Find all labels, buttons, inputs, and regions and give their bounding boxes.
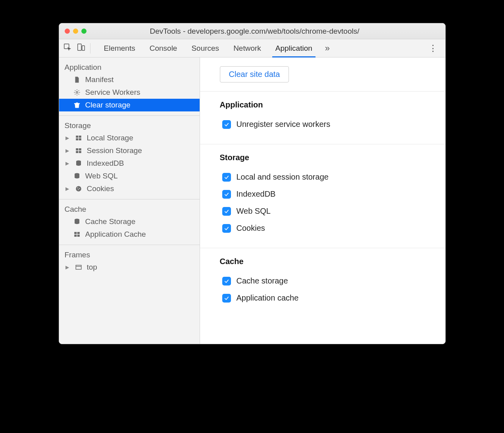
- checkbox[interactable]: [222, 224, 231, 233]
- sidebar-item-label: IndexedDB: [87, 159, 194, 168]
- chevron-right-icon[interactable]: ▶: [65, 264, 70, 270]
- svg-rect-23: [76, 265, 81, 270]
- tab-sources[interactable]: Sources: [184, 39, 226, 57]
- svg-rect-21: [74, 235, 77, 237]
- sidebar-item-cache-storage[interactable]: Cache Storage: [59, 215, 200, 228]
- frame-icon: [74, 264, 83, 271]
- db-icon: [74, 160, 83, 167]
- section-title: Cache: [220, 257, 425, 266]
- sidebar-group-header: Cache: [59, 203, 200, 215]
- sidebar-group: Frames▶top: [59, 245, 200, 278]
- tab-network[interactable]: Network: [226, 39, 268, 57]
- checkbox-label: Application cache: [237, 293, 299, 303]
- svg-rect-8: [76, 148, 78, 150]
- sidebar-group-header: Frames: [59, 248, 200, 261]
- menu-icon[interactable]: ⋮: [424, 43, 441, 54]
- tab-label: Sources: [191, 44, 219, 53]
- sidebar-group-header: Application: [59, 61, 200, 73]
- device-toggle-icon[interactable]: [77, 43, 85, 54]
- sidebar-item-label: Cookies: [87, 184, 194, 193]
- checkbox-label: Local and session storage: [237, 172, 329, 182]
- sidebar-item-clear-storage[interactable]: Clear storage: [59, 99, 200, 111]
- checkbox-row: IndexedDB: [220, 186, 425, 203]
- svg-rect-20: [77, 232, 79, 234]
- checkbox[interactable]: [222, 277, 231, 285]
- svg-rect-22: [77, 235, 79, 237]
- sidebar-item-application-cache[interactable]: Application Cache: [59, 228, 200, 241]
- sidebar-item-service-workers[interactable]: Service Workers: [59, 86, 200, 99]
- chevron-right-icon[interactable]: ▶: [65, 186, 70, 192]
- sidebar-group: ApplicationManifestService WorkersClear …: [59, 57, 200, 116]
- sidebar-item-label: Application Cache: [85, 230, 194, 239]
- trash-icon: [73, 102, 81, 109]
- sidebar-item-label: Manifest: [85, 75, 194, 84]
- svg-rect-10: [76, 151, 78, 153]
- svg-point-15: [77, 188, 78, 188]
- sidebar-item-top[interactable]: ▶top: [59, 261, 200, 274]
- cookie-icon: [74, 185, 83, 192]
- main: ApplicationManifestService WorkersClear …: [59, 57, 445, 344]
- tab-label: Elements: [104, 44, 135, 53]
- svg-rect-4: [76, 136, 78, 138]
- content-section: ApplicationUnregister service workers: [200, 92, 445, 144]
- sidebar-group: Storage▶Local Storage▶Session Storage▶In…: [59, 116, 200, 199]
- sidebar-group: CacheCache StorageApplication Cache: [59, 199, 200, 245]
- checkbox-label: Cache storage: [237, 276, 288, 285]
- sidebar-item-manifest[interactable]: Manifest: [59, 73, 200, 86]
- clear-button-row: Clear site data: [200, 57, 445, 92]
- tab-label: Application: [275, 44, 312, 53]
- checkbox[interactable]: [222, 207, 231, 216]
- toolbar: ElementsConsoleSourcesNetworkApplication…: [59, 39, 445, 57]
- close-icon[interactable]: [65, 29, 70, 34]
- db-icon: [73, 172, 81, 180]
- sidebar-item-web-sql[interactable]: Web SQL: [59, 170, 200, 182]
- chevron-right-icon[interactable]: ▶: [65, 148, 70, 153]
- inspect-icon[interactable]: [63, 43, 72, 54]
- svg-point-14: [76, 186, 81, 192]
- chevron-right-icon[interactable]: ▶: [65, 161, 70, 166]
- table-icon: [74, 147, 83, 154]
- tab-console[interactable]: Console: [142, 39, 185, 57]
- table-icon: [73, 231, 81, 238]
- checkbox-row: Cache storage: [220, 272, 425, 289]
- checkbox[interactable]: [222, 294, 231, 303]
- sidebar-item-label: Service Workers: [85, 88, 194, 97]
- checkbox-label: Cookies: [237, 224, 265, 233]
- sidebar-item-cookies[interactable]: ▶Cookies: [59, 182, 200, 195]
- checkbox[interactable]: [222, 173, 231, 182]
- panel-tabs: ElementsConsoleSourcesNetworkApplication: [97, 39, 319, 57]
- sidebar-item-session-storage[interactable]: ▶Session Storage: [59, 144, 200, 157]
- checkbox[interactable]: [222, 120, 231, 129]
- tab-application[interactable]: Application: [268, 39, 319, 57]
- file-icon: [73, 76, 81, 83]
- checkbox-label: Unregister service workers: [237, 120, 331, 129]
- tab-elements[interactable]: Elements: [97, 39, 142, 57]
- checkbox-row: Cookies: [220, 220, 425, 237]
- checkbox-label: Web SQL: [237, 207, 271, 216]
- toolbar-leading-icons: [63, 43, 90, 54]
- sidebar-item-label: top: [87, 263, 194, 272]
- checkbox-label: IndexedDB: [237, 190, 276, 199]
- svg-point-17: [78, 189, 79, 190]
- chevron-right-icon[interactable]: ▶: [65, 135, 70, 141]
- overflow-icon[interactable]: »: [325, 43, 330, 54]
- db-icon: [73, 218, 81, 225]
- svg-rect-1: [77, 44, 81, 51]
- clear-site-data-button[interactable]: Clear site data: [220, 66, 289, 82]
- checkbox-row: Unregister service workers: [220, 116, 425, 133]
- sidebar-item-label: Clear storage: [85, 101, 194, 109]
- tab-label: Network: [233, 44, 261, 53]
- checkbox-row: Web SQL: [220, 203, 425, 220]
- sidebar-item-indexeddb[interactable]: ▶IndexedDB: [59, 157, 200, 170]
- titlebar: DevTools - developers.google.com/web/too…: [59, 23, 445, 39]
- checkbox-row: Local and session storage: [220, 169, 425, 186]
- sidebar-group-header: Storage: [59, 119, 200, 132]
- sidebar-item-label: Session Storage: [87, 146, 194, 155]
- checkbox[interactable]: [222, 190, 231, 199]
- content: Clear site data ApplicationUnregister se…: [200, 57, 445, 344]
- svg-point-3: [76, 92, 78, 94]
- sidebar-item-local-storage[interactable]: ▶Local Storage: [59, 132, 200, 144]
- svg-rect-9: [79, 148, 81, 150]
- checkbox-row: Application cache: [220, 289, 425, 307]
- svg-rect-7: [79, 138, 81, 140]
